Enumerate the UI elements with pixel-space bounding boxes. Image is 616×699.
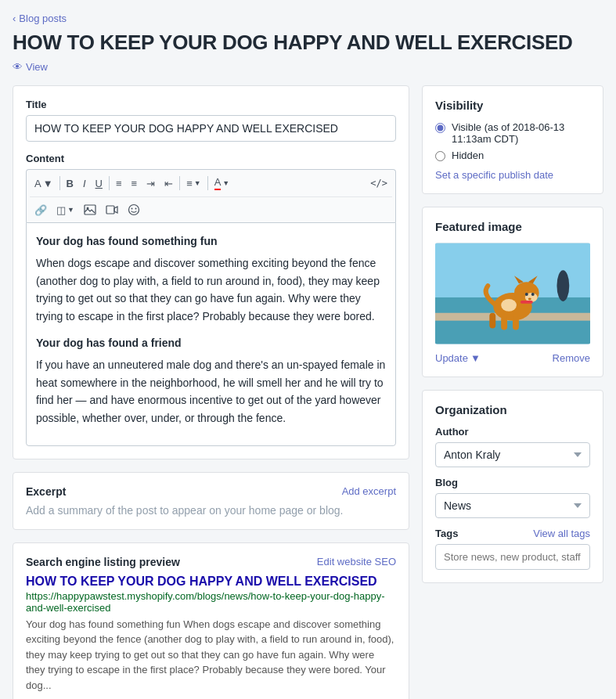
- font-chevron: ▼: [43, 178, 53, 189]
- view-label: View: [26, 61, 48, 73]
- bold-button[interactable]: B: [62, 175, 78, 193]
- svg-point-16: [531, 293, 535, 296]
- eye-icon: 👁: [13, 61, 23, 73]
- svg-rect-19: [501, 316, 507, 330]
- seo-url: https://happypawstest.myshopify.com/blog…: [26, 590, 396, 614]
- excerpt-title: Excerpt: [26, 485, 66, 498]
- emoji-button[interactable]: [123, 200, 145, 219]
- toolbar-div-3: [179, 176, 180, 190]
- visible-radio[interactable]: [435, 123, 445, 133]
- svg-rect-21: [489, 313, 495, 329]
- seo-description: Your dog has found something fun When do…: [26, 617, 396, 694]
- organization-title: Organization: [435, 403, 590, 416]
- toolbar-div-2: [109, 176, 110, 190]
- font-icon: A: [34, 178, 41, 189]
- hidden-radio[interactable]: [435, 151, 445, 161]
- back-nav-label: Blog posts: [19, 13, 67, 24]
- view-all-tags-button[interactable]: View all tags: [533, 528, 590, 539]
- back-nav[interactable]: ‹ Blog posts: [13, 13, 603, 24]
- visible-label: Visible (as of 2018-06-13 11:13am CDT): [452, 121, 590, 145]
- code-button[interactable]: </>: [366, 175, 392, 192]
- tags-label: Tags: [435, 528, 458, 539]
- content-card: Title Content A ▼ B I U ≡ ≡ ⇥: [13, 85, 409, 459]
- author-select[interactable]: Anton Kraly: [435, 442, 590, 467]
- image-icon: [84, 204, 96, 215]
- dog-image-svg: [435, 243, 590, 344]
- remove-image-button[interactable]: Remove: [553, 352, 590, 364]
- seo-section-title: Search engine listing preview: [26, 556, 180, 568]
- video-button[interactable]: [101, 202, 123, 218]
- underline-button[interactable]: U: [91, 175, 107, 193]
- image-actions: Update ▼ Remove: [435, 352, 590, 364]
- image-button[interactable]: [79, 201, 101, 218]
- italic-button[interactable]: I: [78, 175, 91, 193]
- text-color-button[interactable]: A ▼: [210, 173, 235, 193]
- view-link[interactable]: 👁 View: [13, 61, 603, 73]
- visible-option[interactable]: Visible (as of 2018-06-13 11:13am CDT): [435, 121, 590, 145]
- add-excerpt-button[interactable]: Add excerpt: [342, 485, 396, 497]
- back-arrow-icon: ‹: [13, 13, 16, 24]
- update-label: Update: [435, 352, 468, 364]
- link-button[interactable]: 🔗: [30, 201, 52, 219]
- svg-point-17: [528, 297, 531, 300]
- table-button[interactable]: ◫ ▼: [52, 201, 79, 219]
- excerpt-header: Excerpt Add excerpt: [26, 485, 396, 498]
- svg-point-5: [135, 208, 136, 210]
- seo-card: Search engine listing preview Edit websi…: [13, 542, 409, 699]
- editor-heading-1: Your dog has found something fun: [36, 232, 386, 250]
- blog-select[interactable]: News: [435, 493, 590, 518]
- table-icon: ◫: [56, 204, 66, 216]
- svg-point-4: [131, 208, 132, 210]
- update-chevron-icon: ▼: [470, 352, 481, 364]
- featured-image-card: Featured image: [422, 207, 603, 377]
- featured-image-title: Featured image: [435, 220, 590, 233]
- featured-image-preview: [435, 243, 590, 344]
- title-label: Title: [26, 99, 396, 110]
- excerpt-placeholder: Add a summary of the post to appear on y…: [26, 504, 396, 517]
- visibility-title: Visibility: [435, 99, 590, 112]
- svg-rect-0: [85, 205, 95, 214]
- toolbar-div-1: [59, 176, 60, 190]
- right-column: Visibility Visible (as of 2018-06-13 11:…: [422, 85, 603, 583]
- update-image-button[interactable]: Update ▼: [435, 352, 481, 364]
- ol-button[interactable]: ≡: [127, 175, 142, 193]
- title-input[interactable]: [26, 115, 396, 142]
- emoji-icon: [128, 204, 140, 216]
- ul-button[interactable]: ≡: [111, 175, 127, 193]
- left-column: Title Content A ▼ B I U ≡ ≡ ⇥: [13, 85, 409, 699]
- toolbar-row-1: A ▼ B I U ≡ ≡ ⇥ ⇤ ≡ ▼: [30, 173, 392, 193]
- visibility-radio-group: Visible (as of 2018-06-13 11:13am CDT) H…: [435, 121, 590, 161]
- editor-para-1: When dogs escape and discover something …: [36, 254, 386, 325]
- tags-input[interactable]: [435, 544, 590, 570]
- organization-card: Organization Author Anton Kraly Blog New…: [422, 390, 603, 583]
- visibility-card: Visibility Visible (as of 2018-06-13 11:…: [422, 85, 603, 194]
- svg-rect-20: [513, 316, 519, 330]
- content-label: Content: [26, 153, 396, 164]
- editor-toolbar: A ▼ B I U ≡ ≡ ⇥ ⇤ ≡ ▼: [26, 169, 396, 222]
- svg-point-22: [501, 299, 517, 312]
- tags-header: Tags View all tags: [435, 528, 590, 539]
- outdent-button[interactable]: ⇤: [160, 175, 178, 193]
- main-layout: Title Content A ▼ B I U ≡ ≡ ⇥: [13, 85, 603, 699]
- svg-point-15: [525, 293, 528, 296]
- edit-seo-button[interactable]: Edit website SEO: [317, 556, 396, 567]
- svg-point-9: [557, 270, 569, 301]
- indent-button[interactable]: ⇥: [142, 175, 160, 193]
- svg-rect-18: [521, 301, 533, 304]
- set-publish-date-link[interactable]: Set a specific publish date: [435, 169, 590, 181]
- editor-para-2: If you have an unneutered male dog and t…: [36, 356, 386, 427]
- seo-header: Search engine listing preview Edit websi…: [26, 556, 396, 568]
- align-button[interactable]: ≡ ▼: [182, 175, 206, 193]
- blog-label: Blog: [435, 477, 590, 488]
- editor-heading-2: Your dog has found a friend: [36, 334, 386, 351]
- seo-title: HOW TO KEEP YOUR DOG HAPPY AND WELL EXER…: [26, 575, 396, 589]
- page-title: HOW TO KEEP YOUR DOG HAPPY AND WELL EXER…: [13, 31, 603, 55]
- svg-point-3: [128, 205, 139, 215]
- editor-area[interactable]: Your dog has found something fun When do…: [26, 222, 396, 446]
- toolbar-div-4: [207, 176, 208, 190]
- svg-rect-2: [106, 206, 114, 214]
- video-icon: [106, 205, 118, 214]
- hidden-option[interactable]: Hidden: [435, 150, 590, 161]
- excerpt-card: Excerpt Add excerpt Add a summary of the…: [13, 472, 409, 530]
- font-button[interactable]: A ▼: [30, 175, 58, 193]
